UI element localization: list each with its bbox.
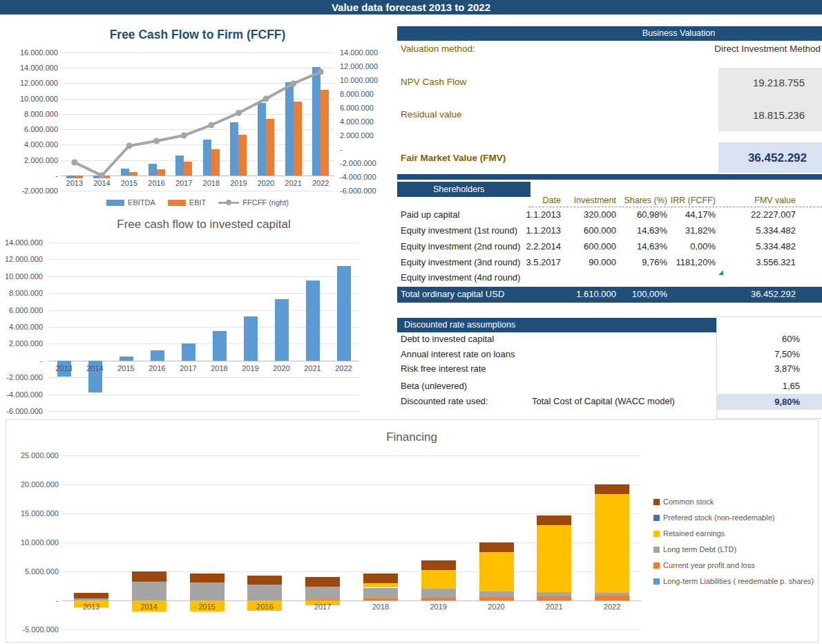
x-axis-label: 2019 [224, 179, 252, 188]
x-axis-label: 2017 [302, 603, 343, 612]
x-axis-label: 2016 [244, 603, 285, 612]
bar-fcf-2017 [182, 343, 195, 360]
gridline [48, 259, 359, 260]
bar-ebitda-2020 [258, 103, 266, 175]
legend-swatch [653, 578, 660, 585]
legend-item: Prefered stock (non-reedemable) [653, 513, 818, 522]
x-axis-label: 2021 [299, 364, 327, 373]
assumption-label: Debt to invested capital [401, 334, 494, 344]
npv-value[interactable]: 19.218.755 [718, 77, 805, 88]
invested-chart-title: Free cash flow to invested capital [66, 218, 342, 231]
stack-2020 [479, 542, 514, 552]
stack-2016 [247, 585, 282, 600]
gridline [62, 455, 641, 456]
stack-2020 [479, 552, 514, 592]
left-axis-tick: - [7, 596, 59, 605]
fmv-label: Fair Market Value (FMV) [401, 153, 506, 163]
assumption-value[interactable]: 7,50% [718, 349, 800, 359]
x-axis-label: 2014 [82, 364, 109, 373]
stack-2021 [537, 596, 571, 600]
left-axis-tick: 16.000.000 [7, 48, 58, 57]
legend-item: Retained earnings [653, 529, 818, 538]
right-axis-tick: 2.000.000 [340, 131, 390, 140]
stack-2022 [595, 494, 629, 593]
stack-2013 [74, 593, 108, 598]
legend-swatch [653, 531, 660, 537]
x-axis-label: 2019 [418, 603, 459, 612]
x-axis-label: 2014 [128, 603, 170, 612]
x-axis-label: 2013 [70, 603, 112, 612]
stack-2014 [132, 581, 166, 582]
stack-2015 [190, 574, 224, 583]
stack-2017 [305, 587, 340, 600]
gridline [48, 276, 359, 277]
x-axis-label: 2022 [330, 364, 358, 373]
residual-value[interactable]: 18.815.236 [718, 109, 805, 121]
right-axis-tick: 4.000.000 [340, 117, 390, 126]
bar-fcf-2016 [151, 350, 164, 361]
assumption-value[interactable]: 60% [718, 334, 800, 344]
right-axis-tick: 14.000.000 [340, 48, 390, 57]
fmv-value[interactable]: 36.452.292 [718, 151, 807, 165]
right-axis-tick: -2.000.000 [340, 159, 390, 167]
row-value[interactable]: 5.334.482 [397, 241, 796, 252]
left-axis-tick: - [7, 171, 58, 180]
line-marker [126, 143, 133, 149]
row-value[interactable]: 3.556.321 [397, 257, 796, 267]
legend-item: Long-term Liabilities ( reedemable p. sh… [653, 577, 818, 585]
column-header-4: FMV value [397, 196, 796, 205]
x-axis-label: 2015 [187, 603, 228, 612]
line-marker [236, 110, 242, 116]
residual-label: Residual value [401, 109, 462, 120]
left-axis-tick: 10.000.000 [0, 272, 43, 281]
valuation-method-value[interactable]: Direct Investment Method [615, 44, 821, 54]
legend-label: Retained earnings [663, 529, 725, 538]
left-axis-tick: 8.000.000 [0, 289, 43, 297]
bar-fcf-2022 [337, 266, 351, 361]
x-axis-label: 2022 [591, 603, 633, 612]
left-axis-tick: -6.000.000 [0, 407, 43, 415]
stack-2017 [305, 577, 340, 587]
assumption-value[interactable]: 1,65 [718, 381, 800, 391]
right-axis-tick: 12.000.000 [340, 62, 390, 70]
stack-2018 [363, 583, 398, 587]
left-axis-tick: 14.000.000 [7, 64, 58, 72]
stack-2015 [190, 583, 224, 600]
bar-ebitda-2016 [149, 164, 157, 176]
line-marker [208, 122, 214, 129]
left-axis-tick: - [0, 357, 43, 365]
row-value[interactable]: 22.227.007 [397, 209, 796, 220]
stack-2014 [132, 582, 166, 600]
left-axis-tick: 2.000.000 [0, 339, 43, 348]
bar-fcf-2015 [120, 357, 133, 361]
line-marker [153, 138, 160, 144]
panel-divider [397, 174, 822, 180]
assumption-label: Risk free interest rate [401, 363, 486, 374]
stack-2022 [595, 596, 629, 600]
total-value: 36.452.292 [397, 289, 796, 299]
legend-label: Long term Debt (LTD) [663, 545, 736, 553]
stack-2021 [537, 515, 571, 524]
gridline [61, 68, 334, 68]
gridline [61, 53, 334, 53]
shareholders-header: Shereholders [397, 182, 531, 197]
legend-swatch [653, 547, 660, 553]
row-value[interactable]: 5.334.482 [397, 225, 796, 236]
financing-chart-title: Financing [274, 430, 550, 444]
legend-item: Common stock [653, 498, 818, 506]
legend-label: EBITDA [128, 198, 155, 207]
left-axis-tick: 20.000.000 [7, 480, 59, 489]
legend-swatch [106, 200, 124, 206]
gridline [61, 99, 334, 100]
assumption-label: Annual interest rate on loans [401, 349, 515, 359]
bar-ebitda-2017 [175, 155, 184, 176]
wacc-value[interactable]: 9,80% [718, 397, 800, 407]
left-axis-tick: 6.000.000 [0, 306, 43, 314]
bar-ebit-2021 [294, 102, 302, 176]
left-axis-tick: 4.000.000 [7, 140, 58, 149]
bar-ebit-2016 [157, 169, 165, 176]
npv-label: NPV Cash Flow [401, 77, 466, 87]
assumption-value[interactable]: 3,87% [718, 363, 800, 374]
bar-ebit-2017 [184, 162, 192, 176]
stack-2020 [479, 591, 514, 597]
